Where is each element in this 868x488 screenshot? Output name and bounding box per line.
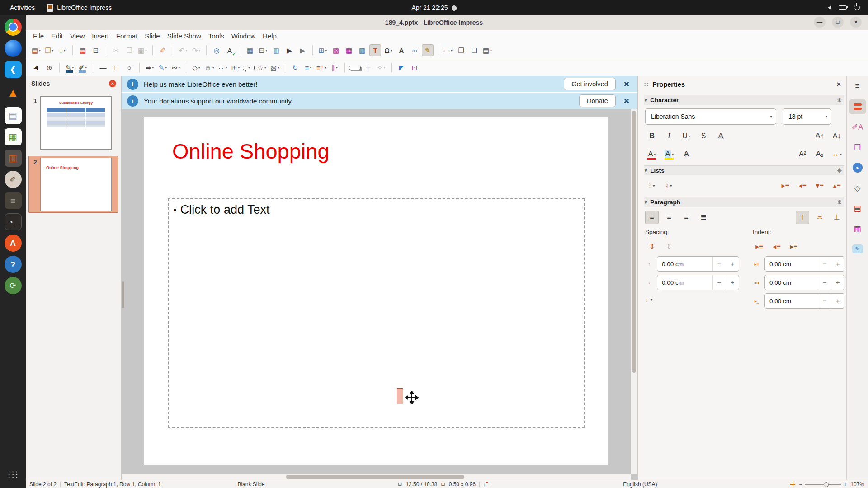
- tab-master-slides[interactable]: ▤: [849, 201, 866, 216]
- insert-hyperlink-icon[interactable]: ∞: [409, 44, 420, 56]
- increase-stepper[interactable]: +: [726, 275, 739, 290]
- dock-gimp-icon[interactable]: ✐: [5, 171, 22, 188]
- decrease-stepper[interactable]: −: [818, 294, 831, 308]
- zoom-in-button[interactable]: +: [844, 481, 847, 488]
- menu-view[interactable]: View: [66, 31, 88, 41]
- tab-gallery[interactable]: ❒: [849, 140, 866, 155]
- deck-drag-handle[interactable]: ∷: [644, 81, 649, 88]
- duplicate-slide-icon[interactable]: ❐: [455, 44, 467, 56]
- increase-indent-button[interactable]: ▸≡: [753, 240, 766, 253]
- insert-media-icon[interactable]: ▦: [343, 44, 355, 56]
- ellipse-icon[interactable]: ○: [123, 62, 135, 74]
- menu-help[interactable]: Help: [259, 31, 280, 41]
- power-icon[interactable]: [854, 5, 860, 10]
- edit-points-icon[interactable]: ◤: [396, 62, 407, 74]
- font-name-select[interactable]: Liberation Sans ▾: [645, 108, 776, 125]
- shadow-icon[interactable]: [349, 66, 361, 70]
- new-slide-icon[interactable]: ▭▾: [442, 44, 454, 56]
- display-grid-icon[interactable]: ▦: [244, 44, 256, 56]
- slide-page[interactable]: Online Shopping ● Click to add Text: [144, 117, 608, 465]
- character-section-header[interactable]: ∨ Character ✳: [644, 95, 844, 105]
- align-right-button[interactable]: ≡: [679, 211, 693, 224]
- close-button[interactable]: ×: [850, 17, 862, 28]
- 3d-objects-icon[interactable]: ▧▾: [269, 62, 281, 74]
- dock-software-updater-icon[interactable]: ⟳: [5, 277, 22, 294]
- slide-thumbnail-2[interactable]: 2 Online Shopping: [28, 156, 118, 213]
- spacing-above-input[interactable]: 0.00 cm − +: [657, 256, 739, 272]
- activities-button[interactable]: Activities: [10, 4, 35, 11]
- increase-stepper[interactable]: +: [831, 275, 844, 290]
- glue-points-icon[interactable]: ⊡: [409, 62, 420, 74]
- insert-special-character-icon[interactable]: Ω▾: [382, 44, 394, 56]
- zoom-pan-icon[interactable]: ⊕: [43, 62, 55, 74]
- cut-icon[interactable]: ✂: [110, 44, 122, 56]
- slide-canvas[interactable]: Online Shopping ● Click to add Text: [122, 109, 637, 480]
- crop-icon[interactable]: ┼: [362, 62, 374, 74]
- insert-line-icon[interactable]: —: [97, 62, 109, 74]
- active-app-indicator[interactable]: LibreOffice Impress: [47, 4, 112, 12]
- horizontal-scrollbar[interactable]: [122, 474, 631, 480]
- insert-image-icon[interactable]: ▩: [330, 44, 342, 56]
- menu-format[interactable]: Format: [113, 31, 142, 41]
- dock-vlc-icon[interactable]: ▲: [3, 82, 24, 103]
- dock-vscode-icon[interactable]: ❮: [5, 61, 22, 78]
- move-down-button[interactable]: ▾≡: [813, 179, 826, 192]
- document-modified-icon[interactable]: ↓: [483, 482, 486, 487]
- underline-button[interactable]: U▾: [679, 129, 693, 143]
- clone-formatting-icon[interactable]: ✐: [157, 44, 169, 56]
- donate-button[interactable]: Donate: [579, 94, 616, 107]
- rectangle-icon[interactable]: □: [110, 62, 122, 74]
- tab-properties[interactable]: [849, 99, 866, 114]
- align-justify-button[interactable]: ≣: [697, 211, 710, 224]
- insert-table-icon[interactable]: ⊞▾: [317, 44, 329, 56]
- menu-file[interactable]: File: [29, 31, 47, 41]
- paragraph-settings-gear-icon[interactable]: ✳: [837, 199, 842, 206]
- font-color-button[interactable]: A▾: [645, 147, 659, 161]
- font-size-select[interactable]: 18 pt ▾: [783, 108, 831, 125]
- open-document-icon[interactable]: ❐▾: [43, 44, 55, 56]
- decrease-font-size-button[interactable]: A↓: [830, 129, 844, 143]
- decrease-paragraph-spacing-button[interactable]: ⇕: [662, 240, 676, 253]
- dock-libreoffice-writer-icon[interactable]: ▤: [5, 107, 22, 124]
- new-presentation-icon[interactable]: ▤▾: [30, 44, 42, 56]
- language-status[interactable]: English (USA): [623, 481, 657, 488]
- dock-chrome-icon[interactable]: [5, 19, 22, 36]
- tab-animation[interactable]: ▦: [849, 221, 866, 236]
- print-icon[interactable]: ⊟: [90, 44, 102, 56]
- sidebar-menu-icon[interactable]: ≡: [849, 79, 866, 94]
- vertical-scrollbar-thumb[interactable]: [632, 111, 636, 373]
- character-shadow-button[interactable]: A: [714, 129, 727, 143]
- spacing-below-input[interactable]: 0.00 cm − +: [657, 275, 739, 290]
- redo-icon[interactable]: ↷▾: [190, 44, 202, 56]
- stars-banners-icon[interactable]: ☆▾: [256, 62, 268, 74]
- rotate-icon[interactable]: ↻: [289, 62, 301, 74]
- battery-icon[interactable]: [839, 5, 847, 10]
- increase-stepper[interactable]: +: [831, 294, 844, 308]
- flowchart-icon[interactable]: ⊞▾: [230, 62, 241, 74]
- paste-icon[interactable]: ▣▾: [137, 44, 148, 56]
- lists-settings-gear-icon[interactable]: ✳: [837, 167, 842, 174]
- decrease-stepper[interactable]: −: [712, 257, 726, 271]
- horizontal-scrollbar-thumb[interactable]: [286, 475, 464, 479]
- start-current-slide-icon[interactable]: ▶: [297, 44, 308, 56]
- minimize-button[interactable]: —: [814, 17, 826, 28]
- zoom-level-status[interactable]: 107%: [850, 481, 864, 488]
- spelling-icon[interactable]: A: [224, 44, 236, 56]
- dock-firefox-icon[interactable]: [5, 40, 22, 57]
- dock-ubuntu-software-icon[interactable]: A: [5, 235, 22, 252]
- increase-stepper[interactable]: +: [831, 257, 844, 271]
- close-notification-icon[interactable]: ×: [621, 79, 632, 89]
- decrease-stepper[interactable]: −: [818, 257, 831, 271]
- save-icon[interactable]: ↓▾: [57, 44, 68, 56]
- image-filter-icon[interactable]: ✧▾: [375, 62, 387, 74]
- symbol-shapes-icon[interactable]: ☺▾: [203, 62, 215, 74]
- maximize-button[interactable]: □: [832, 17, 844, 28]
- panel-splitter-handle[interactable]: [122, 281, 124, 308]
- slide-title-text[interactable]: Online Shopping: [172, 139, 330, 164]
- distribute-icon[interactable]: ∥▾: [329, 62, 340, 74]
- sidebar-close-icon[interactable]: ×: [834, 80, 844, 89]
- line-spacing-icon[interactable]: ↕ ▾: [644, 298, 654, 305]
- insert-textbox-icon[interactable]: T: [369, 44, 381, 56]
- lists-section-header[interactable]: ∨ Lists ✳: [644, 165, 844, 175]
- menu-slide[interactable]: Slide: [141, 31, 163, 41]
